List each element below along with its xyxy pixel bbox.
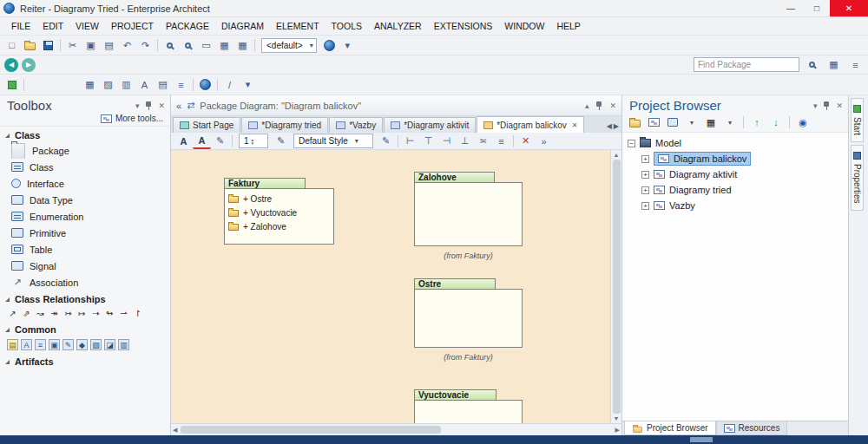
pin-icon[interactable] <box>595 101 603 111</box>
workspace-layouts-button[interactable]: ▦ <box>825 56 843 73</box>
close-button[interactable]: ✕ <box>830 0 868 16</box>
grid-button[interactable]: ▦ <box>233 37 252 54</box>
tree-item-model[interactable]: − Model <box>622 135 848 151</box>
dependency-icon[interactable]: ⇀ <box>118 309 129 318</box>
menu-project[interactable]: PROJECT <box>105 21 160 31</box>
constraint-icon[interactable]: ≡ <box>35 339 46 350</box>
search-button[interactable] <box>161 37 179 54</box>
print-button[interactable]: ▭ <box>197 37 215 54</box>
redo-button[interactable]: ↷ <box>136 37 155 54</box>
scroll-up-icon[interactable]: ▲ <box>614 152 620 158</box>
layout-button[interactable]: ▦ <box>215 37 233 54</box>
expand-expander-icon[interactable]: + <box>641 186 649 194</box>
collapse-chevrons-icon[interactable]: « <box>176 101 181 111</box>
maximize-button[interactable]: □ <box>804 0 830 16</box>
space-evenly-button[interactable]: ≡ <box>492 133 510 149</box>
legend-icon[interactable]: ◆ <box>76 339 88 350</box>
copy-button[interactable]: ▣ <box>82 37 100 54</box>
new-element-button[interactable] <box>664 114 681 130</box>
new-diagram-button[interactable] <box>645 114 662 130</box>
sync-icon[interactable]: ⇄ <box>187 100 194 111</box>
tab-close-icon[interactable]: ✕ <box>572 121 578 129</box>
toolbox-item-signal[interactable]: Signal <box>0 258 170 274</box>
contents-dropdown[interactable]: ▾ <box>721 114 739 130</box>
docked-tab-properties[interactable]: Properties <box>851 145 864 211</box>
same-size-button[interactable]: ≍ <box>474 133 492 149</box>
diagram-layout-button[interactable]: ▦ <box>81 76 99 93</box>
fmt-overflow-button[interactable]: » <box>535 133 553 149</box>
toolbox-section-class-relationships[interactable]: Class Relationships <box>0 291 170 306</box>
align-left-button[interactable]: ⊢ <box>401 133 419 149</box>
text-element-button[interactable]: A <box>135 76 154 93</box>
align-right-button[interactable]: ⊣ <box>437 133 456 149</box>
publish-button[interactable] <box>196 76 214 93</box>
delete-button[interactable]: ✕ <box>516 133 535 149</box>
pin-icon[interactable] <box>144 101 153 111</box>
toolbox-section-artifacts[interactable]: Artifacts <box>0 353 170 369</box>
tab-vazby[interactable]: *Vazby <box>329 117 383 133</box>
insert-image-button[interactable]: ▨ <box>99 76 117 93</box>
collapse-icon[interactable]: ▴ <box>585 101 589 110</box>
chevron-down-icon[interactable]: ▾ <box>813 101 818 110</box>
toolbox-item-primitive[interactable]: Primitive <box>0 225 170 241</box>
package-vyuctovacie[interactable]: Vyuctovacie <box>414 389 523 423</box>
toolbox-item-association[interactable]: ↗ Association <box>0 274 170 291</box>
menu-analyzer[interactable]: ANALYZER <box>368 21 428 31</box>
expand-expander-icon[interactable]: + <box>641 202 649 210</box>
move-up-button[interactable]: ↑ <box>748 114 766 130</box>
tree-item-vazby[interactable]: + Vazby <box>622 198 848 213</box>
package-zalohove[interactable]: Zalohove <box>414 172 523 246</box>
scroll-down-icon[interactable]: ▼ <box>614 415 620 421</box>
tab-diagramy-tried[interactable]: *Diagramy tried <box>241 117 328 133</box>
diagram-canvas[interactable]: Faktury + Ostre + Vyuctovacie + Zalohove <box>171 150 621 423</box>
align-top-button[interactable]: ⊤ <box>419 133 437 149</box>
tree-item-diagram-balickov[interactable]: + Diagram balickov <box>622 151 848 166</box>
spin-down-icon[interactable]: ▾ <box>252 141 254 145</box>
menu-package[interactable]: PACKAGE <box>160 21 215 31</box>
package-member-ostre[interactable]: + Ostre <box>228 192 330 206</box>
package-member-zalohove[interactable]: + Zalohove <box>228 219 330 233</box>
collapse-expander-icon[interactable]: − <box>628 140 635 147</box>
locate-current-button[interactable]: ◉ <box>794 114 812 130</box>
save-button[interactable] <box>39 37 57 54</box>
toolbox-item-data-type[interactable]: Data Type <box>0 192 170 208</box>
toolbox-item-enumeration[interactable]: Enumeration <box>0 208 170 225</box>
find-package-input[interactable] <box>694 57 799 72</box>
default-tools-combo[interactable]: <default> ▾ <box>261 38 317 53</box>
scrollbar-thumb[interactable] <box>613 160 621 414</box>
toolbar-overflow-button[interactable]: ▾ <box>339 37 357 54</box>
apply-style-button[interactable]: ✎ <box>377 133 395 149</box>
associate-icon[interactable]: ↗ <box>7 309 18 318</box>
chevron-down-icon[interactable]: ▾ <box>135 101 140 110</box>
list-button[interactable]: ≡ <box>172 76 190 93</box>
package-contents-button[interactable]: ▦ <box>702 114 720 130</box>
nav-forward-button[interactable]: ▶ <box>22 58 36 72</box>
generalize-icon[interactable]: ⇗ <box>21 309 32 318</box>
nav-back-button[interactable]: ◀ <box>4 58 18 72</box>
compose-icon[interactable]: ↝ <box>35 309 46 318</box>
expand-expander-icon[interactable]: + <box>641 171 649 179</box>
toolbox-section-common[interactable]: Common <box>0 321 170 336</box>
note-icon[interactable]: ▤ <box>7 339 18 350</box>
paste-button[interactable]: ▤ <box>100 37 118 54</box>
menu-element[interactable]: ELEMENT <box>270 21 326 31</box>
menu-edit[interactable]: EDIT <box>36 21 69 31</box>
default-tools-button[interactable] <box>3 76 21 93</box>
columns-button[interactable]: ▥ <box>117 76 135 93</box>
menu-tools[interactable]: TOOLS <box>326 21 368 31</box>
new-package-button[interactable] <box>626 114 643 130</box>
close-icon[interactable]: ✕ <box>836 101 843 110</box>
tree-item-diagramy-tried[interactable]: + Diagramy tried <box>622 182 848 198</box>
tab-diagramy-aktivit[interactable]: *Diagramy aktivit <box>384 117 476 133</box>
scroll-left-icon[interactable]: ◀ <box>173 427 177 434</box>
package-faktury[interactable]: Faktury + Ostre + Vyuctovacie + Zalohove <box>224 178 334 245</box>
scrollbar-thumb[interactable] <box>181 426 441 434</box>
tab-project-browser[interactable]: Project Browser <box>624 421 716 435</box>
document-artifact-icon[interactable]: ▣ <box>49 339 60 350</box>
realize-icon[interactable]: ⇢ <box>90 309 102 318</box>
menu-extensions[interactable]: EXTENSIONS <box>428 21 499 31</box>
paintbrush-button[interactable]: ✎ <box>272 133 290 149</box>
minimize-button[interactable]: — <box>778 0 804 16</box>
form-button[interactable]: ▤ <box>154 76 172 93</box>
line-style-button[interactable]: / <box>220 76 239 93</box>
